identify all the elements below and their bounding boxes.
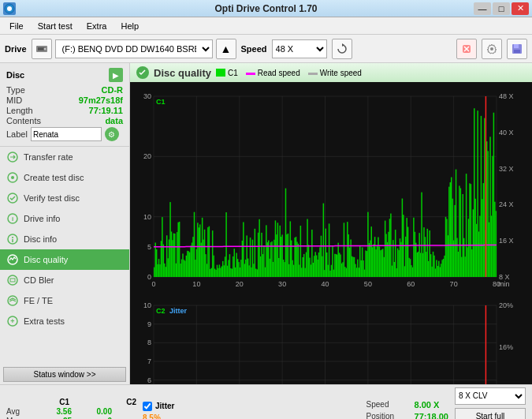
label-settings-button[interactable]: ⚙	[105, 127, 119, 141]
sidebar-menu: Transfer rate Create test disc Verify te…	[0, 147, 129, 365]
svg-rect-12	[514, 50, 520, 53]
verify-test-disc-label: Verify test disc	[24, 193, 80, 203]
legend-read-speed: Read speed	[246, 69, 300, 77]
disc-nav-button[interactable]: ▶	[109, 68, 123, 82]
avg-jitter-value: 8.5%	[143, 413, 174, 420]
c2-jitter-chart	[130, 291, 532, 384]
menu-extra[interactable]: Extra	[80, 20, 113, 32]
label-input[interactable]	[31, 127, 102, 141]
position-value: 77:18.00	[415, 412, 448, 420]
c1-legend-label: C1	[228, 69, 238, 77]
write-speed-legend-label: Write speed	[320, 69, 362, 77]
speed-label: Speed	[366, 400, 410, 409]
drive-select[interactable]: (F:) BENQ DVD DD DW1640 BSRB	[55, 39, 213, 58]
svg-text:+: +	[10, 317, 14, 325]
c2-header: C2	[101, 398, 136, 406]
read-speed-legend-color	[246, 73, 255, 75]
disc-info-panel: Disc ▶ Type CD-R MID 97m27s18f Length 77…	[0, 63, 129, 147]
sidebar-item-transfer-rate[interactable]: Transfer rate	[0, 147, 129, 167]
extra-tests-label: Extra tests	[24, 316, 65, 326]
svg-point-15	[11, 176, 14, 179]
contents-label: Contents	[6, 116, 41, 125]
mid-label: MID	[6, 95, 22, 105]
stats-bar: C1 C2 Avg 3.56 0.00 Max 25 0 Total 16489…	[0, 384, 532, 419]
jitter-header-label: Jitter	[155, 402, 174, 410]
disc-info-label: Disc info	[24, 234, 57, 244]
menu-start-test[interactable]: Start test	[32, 20, 79, 32]
sidebar-item-fe-te[interactable]: FE / TE	[0, 290, 129, 311]
c1-header: C1	[34, 398, 69, 406]
disc-quality-icon	[6, 253, 19, 266]
speed-clv-select[interactable]: 8 X CLV	[455, 387, 526, 405]
svg-rect-11	[514, 44, 519, 48]
right-stats-block: Speed 8.00 X Position 77:18.00 Samples 4…	[366, 400, 448, 420]
sidebar-item-disc-quality[interactable]: Disc quality	[0, 249, 129, 270]
sidebar-item-disc-info[interactable]: Disc info	[0, 229, 129, 249]
svg-rect-24	[10, 279, 15, 282]
speed-value: 8.00 X	[415, 400, 440, 410]
svg-point-23	[8, 275, 17, 285]
titlebar-left	[3, 2, 16, 15]
start-full-button[interactable]: Start full	[455, 408, 526, 420]
maximize-button[interactable]: □	[493, 2, 510, 15]
content-header: Disc quality C1 Read speed Write speed	[130, 63, 532, 82]
settings-button[interactable]	[482, 39, 502, 59]
sidebar-item-create-test-disc[interactable]: Create test disc	[0, 167, 129, 188]
fe-te-icon	[6, 294, 19, 307]
write-speed-legend-color	[308, 73, 318, 75]
create-test-disc-label: Create test disc	[24, 173, 84, 182]
jitter-stats: Jitter 8.5% 10.4%	[143, 402, 174, 420]
window-controls: — □ ✕	[474, 2, 529, 15]
stats-table: C1 C2 Avg 3.56 0.00 Max 25 0 Total 16489…	[6, 398, 136, 419]
sidebar-item-cd-bler[interactable]: CD Bler	[0, 270, 129, 290]
sidebar-item-verify-test-disc[interactable]: Verify test disc	[0, 188, 129, 208]
menubar: File Start test Extra Help	[0, 17, 532, 35]
contents-value: data	[105, 116, 123, 125]
menu-help[interactable]: Help	[114, 20, 145, 32]
label-label: Label	[6, 129, 28, 139]
drive-info-icon: i	[6, 212, 19, 225]
status-window-button[interactable]: Status window >>	[3, 367, 126, 382]
close-button[interactable]: ✕	[512, 2, 529, 15]
type-label: Type	[6, 85, 25, 95]
sidebar: Disc ▶ Type CD-R MID 97m27s18f Length 77…	[0, 63, 130, 384]
extra-tests-icon: +	[6, 315, 19, 327]
svg-point-4	[43, 47, 46, 50]
quality-icon	[136, 66, 149, 79]
titlebar: Opti Drive Control 1.70 — □ ✕	[0, 0, 532, 17]
legend-c1: C1	[216, 69, 238, 77]
disc-length-row: Length 77:19.11	[6, 106, 123, 115]
length-value: 77:19.11	[89, 106, 123, 115]
chart-legend: C1 Read speed Write speed	[216, 69, 362, 77]
app-title: Opti Drive Control 1.70	[0, 3, 532, 14]
clear-button[interactable]	[456, 39, 477, 59]
save-button[interactable]	[507, 39, 527, 59]
cd-bler-icon	[6, 274, 19, 286]
type-value: CD-R	[102, 85, 124, 95]
control-buttons: 8 X CLV Start full Start part	[455, 387, 526, 420]
disc-info-icon	[6, 233, 19, 245]
drive-info-label: Drive info	[24, 214, 60, 223]
main-layout: Disc ▶ Type CD-R MID 97m27s18f Length 77…	[0, 63, 532, 384]
drive-label: Drive	[5, 44, 27, 54]
jitter-checkbox[interactable]	[143, 402, 152, 411]
svg-point-20	[12, 237, 13, 238]
c1-chart	[130, 82, 532, 291]
speed-select[interactable]: 48 X	[272, 39, 327, 58]
position-label: Position	[366, 412, 410, 419]
avg-c1-value: 3.56	[36, 407, 72, 416]
drive-icon	[32, 39, 52, 59]
disc-contents-row: Contents data	[6, 116, 123, 125]
transfer-rate-label: Transfer rate	[24, 152, 73, 162]
legend-write-speed: Write speed	[308, 69, 362, 77]
menu-file[interactable]: File	[3, 20, 30, 32]
avg-label: Avg	[6, 407, 32, 416]
eject-button[interactable]: ▲	[216, 39, 236, 59]
toolbar: Drive (F:) BENQ DVD DD DW1640 BSRB ▲ Spe…	[0, 35, 532, 63]
sidebar-item-extra-tests[interactable]: + Extra tests	[0, 311, 129, 331]
charts-container	[130, 82, 532, 384]
sidebar-item-drive-info[interactable]: i Drive info	[0, 208, 129, 229]
refresh-button[interactable]	[332, 39, 352, 59]
svg-point-9	[490, 47, 493, 51]
minimize-button[interactable]: —	[474, 2, 491, 15]
